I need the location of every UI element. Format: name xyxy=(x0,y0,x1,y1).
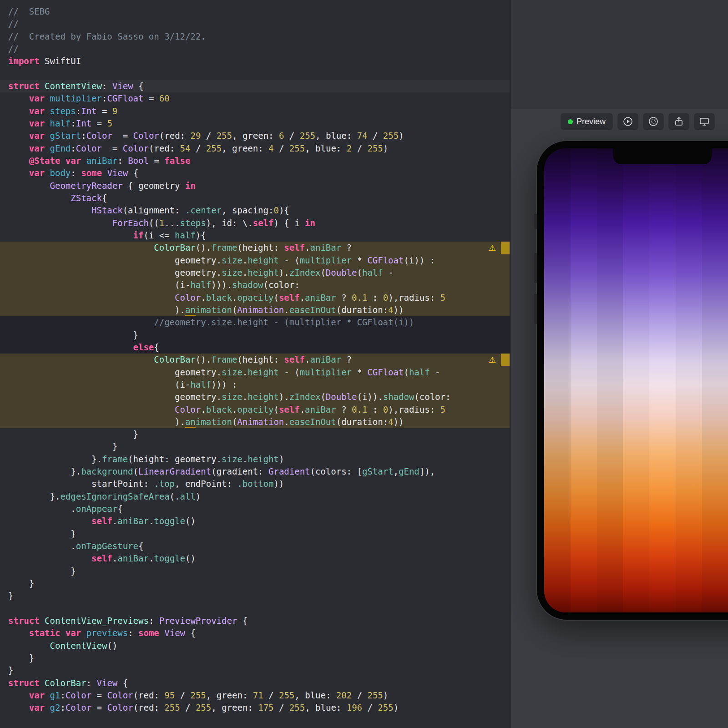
code-lines: // SEBG//// Created by Fabio Sasso on 3/… xyxy=(0,5,510,714)
code-line[interactable]: struct ColorBar: View { xyxy=(0,677,510,689)
code-line[interactable]: } xyxy=(0,329,510,341)
code-line[interactable]: } xyxy=(0,528,510,540)
code-line[interactable]: } xyxy=(0,590,510,602)
code-token: . xyxy=(201,293,206,303)
code-line[interactable]: }.background(LinearGradient(gradient: Gr… xyxy=(0,465,510,478)
code-line[interactable]: @State var aniBar: Bool = false xyxy=(0,155,510,167)
code-line[interactable]: // Created by Fabio Sasso on 3/12/22. xyxy=(0,30,510,43)
code-token: (i)) : xyxy=(404,255,435,265)
preview-live-dot xyxy=(568,119,573,124)
iphone-notch xyxy=(613,148,712,164)
code-line[interactable]: self.aniBar.toggle() xyxy=(0,552,510,565)
code-line[interactable]: var gStart:Color = Color(red: 29 / 255, … xyxy=(0,130,510,142)
preview-variants-button[interactable] xyxy=(643,113,664,130)
code-line[interactable]: } xyxy=(0,428,510,440)
code-line[interactable]: ColorBar().frame(height: self.aniBar ?⚠ xyxy=(0,354,510,366)
preview-export-button[interactable] xyxy=(668,113,689,130)
code-line[interactable]: var multiplier:CGFloat = 60 xyxy=(0,92,510,105)
code-line[interactable]: geometry.size.height).zIndex(Double(half… xyxy=(0,267,510,279)
code-token: ... xyxy=(164,218,180,228)
code-token: * xyxy=(352,367,367,377)
code-line[interactable]: .onTapGesture{ xyxy=(0,540,510,552)
code-line[interactable]: Color.black.opacity(self.aniBar ? 0.1 : … xyxy=(0,404,510,416)
code-line[interactable]: self.aniBar.toggle() xyxy=(0,515,510,527)
side-button xyxy=(534,253,537,283)
code-line[interactable]: else{ xyxy=(0,341,510,354)
code-line[interactable] xyxy=(0,602,510,615)
code-line[interactable]: static var previews: some View { xyxy=(0,627,510,639)
code-line[interactable]: var half:Int = 5 xyxy=(0,117,510,130)
code-token: View xyxy=(164,628,185,638)
code-line[interactable]: //geometry.size.height - (multiplier * C… xyxy=(0,316,510,329)
code-token: 0 xyxy=(273,205,278,215)
code-line[interactable]: struct ContentView: View { xyxy=(0,80,510,92)
code-line[interactable]: } xyxy=(0,577,510,590)
code-token: self xyxy=(284,243,305,253)
code-line[interactable]: struct ContentView_Previews: PreviewProv… xyxy=(0,615,510,627)
code-line[interactable]: import SwiftUI xyxy=(0,55,510,67)
code-line[interactable]: // xyxy=(0,18,510,30)
code-token: View xyxy=(97,678,118,688)
warning-icon[interactable]: ⚠ xyxy=(489,244,496,252)
code-line[interactable]: var body: some View { xyxy=(0,167,510,179)
code-line[interactable]: .onAppear{ xyxy=(0,503,510,515)
code-line[interactable]: ContentView() xyxy=(0,640,510,652)
code-line[interactable]: ZStack{ xyxy=(0,192,510,204)
code-line[interactable]: } xyxy=(0,440,510,453)
preview-header-area xyxy=(511,0,728,109)
code-line[interactable]: var g1:Color = Color(red: 95 / 255, gree… xyxy=(0,689,510,702)
code-token: //geometry.size.height - (multiplier * C… xyxy=(8,317,414,327)
code-line[interactable]: }.edgesIgnoringSafeArea(.all) xyxy=(0,490,510,503)
code-line[interactable]: }.frame(height: geometry.size.height) xyxy=(0,453,510,465)
code-line[interactable]: geometry.size.height - (multiplier * CGF… xyxy=(0,366,510,379)
code-token: / xyxy=(180,703,196,713)
code-token: 5 xyxy=(107,118,112,128)
code-line[interactable]: HStack(alignment: .center, spacing:0){ xyxy=(0,204,510,217)
code-token: if xyxy=(133,230,144,240)
preview-device-button[interactable] xyxy=(694,113,715,130)
code-line[interactable]: } xyxy=(0,664,510,677)
code-token xyxy=(8,156,29,166)
code-token: height xyxy=(248,255,279,265)
code-line[interactable]: } xyxy=(0,652,510,664)
code-line[interactable]: // SEBG xyxy=(0,5,510,18)
code-token: multiplier xyxy=(50,93,102,103)
code-line[interactable]: // xyxy=(0,43,510,55)
code-token: PreviewProvider xyxy=(159,616,238,626)
code-token: : xyxy=(86,678,97,688)
code-line[interactable]: (i-half))).shadow(color: xyxy=(0,279,510,291)
code-token: half xyxy=(362,268,383,278)
code-line[interactable]: ForEach((1...steps), id: \.self) { i in xyxy=(0,217,510,229)
code-line[interactable]: ColorBar().frame(height: self.aniBar ?⚠ xyxy=(0,242,510,254)
code-token: ]), xyxy=(420,466,435,476)
code-line[interactable]: geometry.size.height).zIndex(Double(i)).… xyxy=(0,391,510,403)
code-line[interactable] xyxy=(0,68,510,80)
preview-play-button[interactable] xyxy=(617,113,638,130)
code-token: ). xyxy=(279,268,289,278)
code-token: ( xyxy=(273,404,278,415)
code-line[interactable]: } xyxy=(0,565,510,577)
code-line[interactable]: ).animation(Animation.easeInOut(duration… xyxy=(0,416,510,428)
code-line[interactable]: ).animation(Animation.easeInOut(duration… xyxy=(0,304,510,316)
warning-icon[interactable]: ⚠ xyxy=(489,356,496,364)
code-token: ),radius: xyxy=(388,404,440,415)
code-line[interactable]: if(i <= half){ xyxy=(0,229,510,242)
code-token: (duration: xyxy=(336,305,388,315)
code-line[interactable]: startPoint: .top, endPoint: .bottom)) xyxy=(0,478,510,490)
code-line[interactable]: Color.black.opacity(self.aniBar ? 0.1 : … xyxy=(0,292,510,304)
code-line[interactable]: GeometryReader { geometry in xyxy=(0,180,510,192)
code-token: . xyxy=(112,553,117,563)
code-line[interactable]: (i-half))) : xyxy=(0,379,510,391)
code-editor[interactable]: // SEBG//// Created by Fabio Sasso on 3/… xyxy=(0,0,510,728)
code-token: . xyxy=(305,354,310,364)
code-token: 5 xyxy=(440,404,445,415)
code-line[interactable]: var steps:Int = 9 xyxy=(0,105,510,117)
code-token: . xyxy=(284,305,289,315)
iphone-screen[interactable] xyxy=(544,148,728,612)
code-token: 255 xyxy=(164,703,180,713)
code-line[interactable]: geometry.size.height - (multiplier * CGF… xyxy=(0,254,510,267)
code-line[interactable]: var g2:Color = Color(red: 255 / 255, gre… xyxy=(0,702,510,714)
code-token: 255 xyxy=(279,690,294,700)
code-token: ) xyxy=(383,690,388,700)
code-line[interactable]: var gEnd:Color = Color(red: 54 / 255, gr… xyxy=(0,142,510,155)
